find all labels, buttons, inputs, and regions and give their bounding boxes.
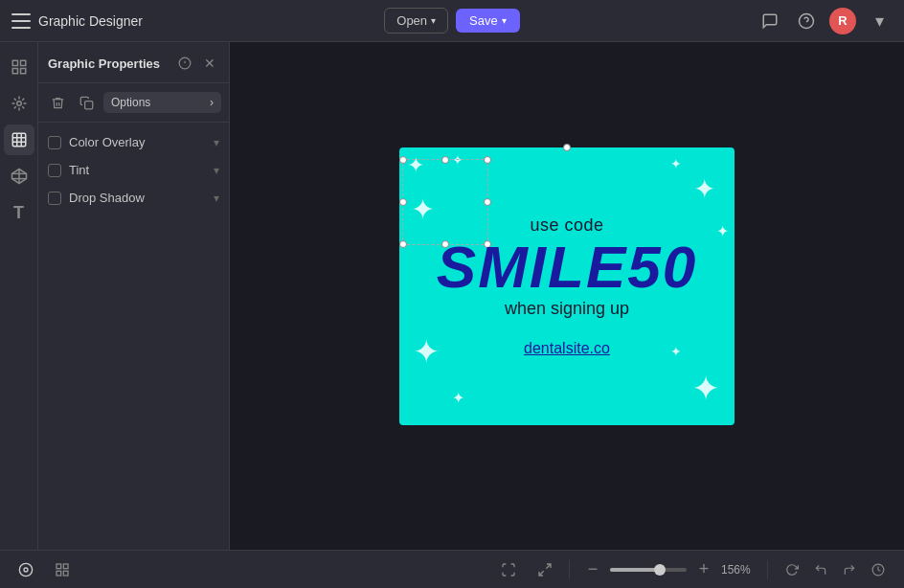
card-promo-code: SMILE50 [437, 237, 697, 297]
comment-button[interactable] [757, 8, 783, 34]
save-chevron-icon: ▾ [502, 15, 507, 26]
sidebar-item-layers[interactable] [4, 52, 34, 82]
topbar-right: R ▾ [520, 8, 893, 34]
sparkle-2: ✦ [452, 153, 463, 167]
open-button[interactable]: Open ▾ [384, 8, 448, 34]
svg-point-6 [16, 102, 21, 106]
properties-panel: Graphic Properties ✕ [38, 42, 230, 550]
undo-button[interactable] [808, 557, 833, 582]
app-title: Graphic Designer [38, 13, 143, 29]
drop-shadow-row[interactable]: Drop Shadow ▾ [38, 184, 229, 212]
sparkle-9: ✦ [691, 372, 720, 406]
duplicate-icon[interactable] [75, 91, 98, 114]
expand-button[interactable]: ▾ [866, 8, 893, 34]
color-overlay-label: Color Overlay [69, 135, 206, 149]
main-area: T Graphic Properties ✕ [0, 42, 904, 550]
svg-rect-4 [20, 69, 25, 74]
options-button[interactable]: Options › [103, 92, 221, 113]
svg-rect-5 [12, 69, 17, 74]
color-overlay-checkbox[interactable] [48, 136, 61, 149]
panel-header-icons: ✕ [175, 54, 219, 73]
design-card: ✦ ✦ ✦ ✦ ✦ ✦ ✦ ✦ ✦ ✦ [399, 147, 734, 425]
svg-rect-2 [12, 60, 17, 65]
tint-checkbox[interactable] [48, 164, 61, 177]
bottombar: − + 156% [0, 550, 904, 588]
svg-rect-22 [56, 564, 61, 569]
panel-title: Graphic Properties [48, 57, 160, 71]
panel-toolbar: Options › [38, 83, 229, 123]
handle-ml[interactable] [399, 198, 407, 206]
help-button[interactable] [793, 8, 820, 34]
view-mode-icon[interactable] [13, 557, 38, 582]
svg-point-21 [24, 568, 28, 572]
svg-point-20 [19, 563, 32, 576]
card-use-code: use code [437, 215, 697, 236]
handle-tm[interactable] [441, 156, 449, 164]
save-button[interactable]: Save ▾ [456, 9, 520, 33]
canvas-area[interactable]: ✦ ✦ ✦ ✦ ✦ ✦ ✦ ✦ ✦ ✦ [230, 42, 904, 550]
sidebar-item-frames[interactable] [4, 124, 34, 155]
handle-bl[interactable] [399, 240, 407, 248]
tint-chevron-icon: ▾ [214, 164, 219, 177]
avatar[interactable]: R [829, 8, 856, 34]
grid-view-icon[interactable] [50, 557, 75, 582]
menu-icon[interactable] [11, 13, 31, 29]
tint-row[interactable]: Tint ▾ [38, 156, 229, 184]
canvas-content: ✦ ✦ ✦ ✦ ✦ ✦ ✦ ✦ ✦ ✦ [399, 147, 734, 444]
sidebar-item-text[interactable]: T [4, 197, 34, 228]
zoom-value: 156% [721, 563, 756, 577]
options-chevron-icon: › [210, 96, 214, 109]
sparkle-5: ✦ [670, 157, 682, 170]
svg-rect-3 [20, 60, 25, 65]
delete-icon[interactable] [46, 91, 69, 114]
topbar-left: Graphic Designer [11, 13, 384, 29]
timer-button[interactable] [866, 557, 891, 582]
svg-rect-19 [84, 101, 92, 108]
svg-rect-25 [63, 571, 68, 576]
panel-header: Graphic Properties ✕ [38, 42, 229, 83]
handle-mr[interactable] [484, 198, 491, 206]
sparkle-6: ✦ [716, 224, 729, 239]
card-site: dentalsite.co [437, 340, 697, 357]
sparkle-4: ✦ [693, 176, 715, 203]
topbar-center: Open ▾ Save ▾ [384, 8, 519, 34]
topbar: Graphic Designer Open ▾ Save ▾ R ▾ [0, 0, 904, 42]
zoom-in-button[interactable]: + [692, 558, 715, 581]
redo-button[interactable] [837, 557, 862, 582]
sparkle-8: ✦ [452, 391, 464, 406]
sidebar-item-components[interactable] [4, 161, 34, 192]
color-overlay-chevron-icon: ▾ [214, 136, 219, 149]
fit-icon[interactable] [532, 557, 557, 582]
close-panel-icon[interactable]: ✕ [200, 54, 219, 73]
drop-shadow-label: Drop Shadow [69, 191, 206, 205]
sidebar-item-elements[interactable] [4, 88, 34, 119]
svg-rect-24 [56, 571, 61, 576]
zoom-slider[interactable] [610, 568, 687, 572]
color-overlay-row[interactable]: Color Overlay ▾ [38, 128, 229, 156]
icon-nav: T [0, 42, 38, 550]
fullscreen-icon[interactable] [496, 557, 521, 582]
svg-rect-7 [12, 133, 26, 147]
refresh-button[interactable] [780, 557, 804, 582]
zoom-controls: − + 156% [581, 558, 756, 581]
history-buttons [780, 557, 891, 582]
svg-rect-23 [63, 564, 68, 569]
tint-label: Tint [69, 163, 206, 177]
panel-properties: Color Overlay ▾ Tint ▾ Drop Shadow ▾ [38, 123, 229, 217]
card-when-signing: when signing up [437, 299, 697, 319]
handle-tr[interactable] [484, 156, 491, 164]
sparkle-3: ✦ [411, 195, 435, 224]
handle-tl[interactable] [399, 156, 407, 164]
sparkle-1: ✦ [407, 155, 424, 176]
open-chevron-icon: ▾ [431, 15, 436, 26]
zoom-out-button[interactable]: − [581, 558, 604, 581]
info-icon[interactable] [175, 54, 194, 73]
drop-shadow-chevron-icon: ▾ [214, 192, 219, 205]
drop-shadow-checkbox[interactable] [48, 192, 61, 205]
